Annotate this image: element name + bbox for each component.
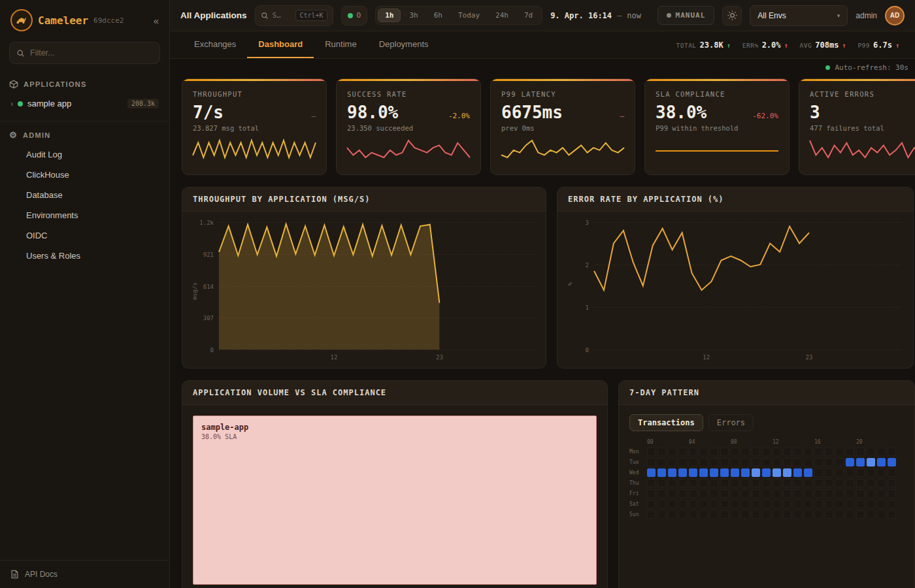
- heatmap-cell: [647, 510, 656, 519]
- kpi-title: P99 LATENCY: [501, 90, 624, 98]
- heatmap-cell: [773, 489, 781, 498]
- kpi-value: 6675ms: [501, 103, 563, 122]
- kpi-subtitle: prev 0ms: [501, 124, 624, 132]
- time-range-24h[interactable]: 24h: [488, 8, 516, 22]
- kpi-subtitle: P99 within threshold: [656, 124, 778, 132]
- kpi-delta: -62.0%: [752, 112, 778, 120]
- sample-app-label: sample app: [27, 99, 71, 108]
- heatmap-cell: [720, 458, 729, 466]
- heatmap-cell: [741, 510, 750, 519]
- heatmap-cell: [741, 479, 750, 487]
- kpi-card-success-rate: SUCCESS RATE 98.0%-2.0% 23.350 succeeded: [336, 78, 481, 175]
- kpi-card-active-errors: ACTIVE ERRORS 3– 477 failures total: [799, 78, 915, 175]
- time-range-7d[interactable]: 7d: [517, 8, 540, 22]
- sidebar-collapse-button[interactable]: «: [154, 15, 159, 26]
- heatmap-cell: [888, 458, 896, 466]
- heatmap-cell: [856, 468, 865, 477]
- sidebar-item-database[interactable]: Database: [0, 185, 169, 205]
- time-range-6h[interactable]: 6h: [427, 8, 450, 22]
- heatmap-cell: [678, 448, 687, 456]
- heatmap-cell: [825, 489, 833, 498]
- gear-icon: ⚙: [9, 131, 18, 139]
- search-icon: [16, 49, 25, 57]
- app-count-badge: 208.3k: [127, 99, 159, 108]
- heatmap-cell: [867, 479, 875, 487]
- sidebar-item-sample-app[interactable]: › sample app 208.3k: [5, 94, 164, 113]
- tab-runtime[interactable]: Runtime: [314, 31, 367, 58]
- sidebar-item-clickhouse[interactable]: ClickHouse: [0, 165, 169, 185]
- username-label: admin: [856, 11, 877, 20]
- heatmap-cell: [867, 489, 875, 498]
- heatmap-cell: [678, 468, 687, 477]
- kpi-value: 98.0%: [347, 103, 398, 122]
- search-input[interactable]: S… Ctrl+K: [255, 5, 333, 26]
- heatmap-cell: [731, 479, 739, 487]
- p99-latency-sparkline: [501, 138, 624, 160]
- heatmap-cell: [668, 500, 676, 508]
- manual-refresh-button[interactable]: MANUAL: [657, 6, 715, 25]
- kpi-card-throughput: THROUGHPUT 7/s– 23.827 msg total: [182, 78, 327, 175]
- heatmap-cell: [773, 510, 781, 519]
- kpi-delta: –: [620, 112, 624, 120]
- sidebar-item-environments[interactable]: Environments: [0, 205, 169, 225]
- sidebar-item-oidc[interactable]: OIDC: [0, 225, 169, 246]
- heatmap-cell: [741, 468, 750, 477]
- time-range-1h[interactable]: 1h: [378, 8, 401, 22]
- heatmap-cell: [752, 458, 760, 466]
- heatmap-cell: [804, 458, 812, 466]
- heatmap-cell: [793, 468, 802, 477]
- heatmap-cell: [720, 489, 729, 498]
- throughput-chart: 1.2k92161430701223: [219, 222, 534, 350]
- heatmap-cell: [877, 500, 886, 508]
- tab-exchanges[interactable]: Exchanges: [183, 31, 247, 58]
- heatmap-cell: [804, 489, 812, 498]
- heatmap-cell: [647, 448, 656, 456]
- heatmap-cell: [689, 458, 697, 466]
- heatmap-cell: [678, 500, 687, 508]
- heatmap-cell: [888, 468, 896, 477]
- heatmap-cell: [793, 489, 802, 498]
- heatmap-cell: [699, 479, 708, 487]
- range-start-datetime[interactable]: 9. Apr. 16:14: [550, 11, 612, 20]
- theme-toggle-button[interactable]: [722, 6, 742, 25]
- tab-errors[interactable]: Errors: [708, 414, 754, 431]
- heatmap-cell: [762, 510, 771, 519]
- kpi-title: ACTIVE ERRORS: [810, 90, 915, 98]
- heatmap-cell: [783, 500, 791, 508]
- treemap-node-sample-app[interactable]: sample-app 38.0% SLA: [193, 416, 597, 585]
- connection-status-pill[interactable]: O: [341, 6, 368, 25]
- time-range-today[interactable]: Today: [451, 8, 487, 22]
- heatmap-cell: [856, 500, 865, 508]
- heatmap-cell: [825, 500, 833, 508]
- heatmap-cell: [856, 458, 865, 466]
- heatmap-cell: [825, 448, 833, 456]
- env-select-dropdown[interactable]: All Envs ▾: [750, 5, 848, 26]
- heatmap-cell: [710, 448, 718, 456]
- heatmap-cell: [720, 510, 729, 519]
- heatmap-cell: [762, 458, 771, 466]
- api-docs-link[interactable]: API Docs: [0, 560, 169, 588]
- tab-transactions[interactable]: Transactions: [629, 414, 703, 431]
- main-area: All Applications S… Ctrl+K O 1h 3h 6h To…: [170, 0, 915, 588]
- heatmap-cell: [783, 448, 791, 456]
- kpi-value: 7/s: [193, 103, 224, 122]
- range-end-now[interactable]: now: [627, 11, 641, 20]
- time-range-3h[interactable]: 3h: [402, 8, 425, 22]
- chevron-right-icon[interactable]: ›: [10, 99, 13, 108]
- kpi-subtitle: 23.350 succeeded: [347, 124, 470, 132]
- heatmap-cell: [731, 500, 739, 508]
- heatmap-cell: [668, 489, 676, 498]
- heatmap-cell: [783, 458, 791, 466]
- tab-deployments[interactable]: Deployments: [368, 31, 440, 58]
- avatar[interactable]: AD: [885, 6, 905, 25]
- sidebar-filter-input[interactable]: Filter...: [9, 42, 160, 64]
- sidebar-item-users-roles[interactable]: Users & Roles: [0, 246, 169, 266]
- panel-title: THROUGHPUT BY APPLICATION (MSG/S): [182, 188, 546, 212]
- heatmap-cell: [657, 448, 666, 456]
- tab-dashboard[interactable]: Dashboard: [247, 31, 314, 58]
- heatmap-cell: [762, 468, 771, 477]
- heatmap-cell: [731, 468, 739, 477]
- heatmap-cell: [752, 479, 760, 487]
- heatmap-cell: [752, 489, 760, 498]
- sidebar-item-audit-log[interactable]: Audit Log: [0, 144, 169, 165]
